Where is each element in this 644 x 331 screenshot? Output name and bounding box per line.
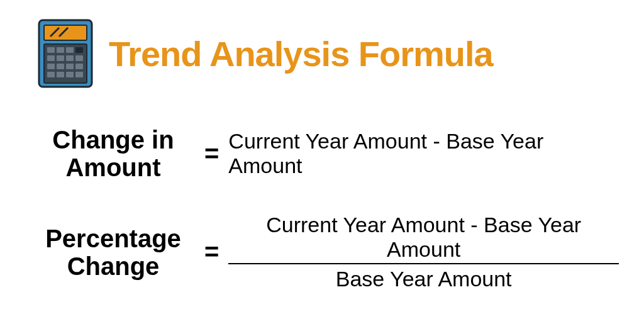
formula-percentage-change: Percentage Change = Current Year Amount … [31,213,619,291]
equals-sign: = [195,238,228,266]
svg-rect-5 [47,47,55,53]
fraction-numerator: Current Year Amount - Base Year Amount [228,213,619,263]
formula-change-in-amount: Change in Amount = Current Year Amount -… [31,126,619,181]
svg-rect-11 [66,55,74,61]
svg-rect-20 [75,72,83,77]
svg-rect-18 [57,72,64,77]
formula-label: Percentage Change [31,225,195,280]
svg-rect-17 [47,72,55,77]
svg-rect-19 [66,72,74,77]
svg-rect-10 [57,55,64,61]
svg-rect-1 [44,25,87,40]
formula-fraction: Current Year Amount - Base Year Amount B… [228,213,619,291]
formulas-container: Change in Amount = Current Year Amount -… [25,126,619,291]
label-line-2: Amount [65,154,160,181]
fraction-denominator: Base Year Amount [336,264,512,291]
svg-rect-14 [57,64,64,69]
svg-rect-7 [66,47,74,53]
formula-expression: Current Year Amount - Base Year Amount [228,129,619,178]
formula-label: Change in Amount [31,126,195,181]
equals-sign: = [195,140,228,168]
svg-rect-13 [47,64,55,69]
svg-rect-15 [66,64,74,69]
svg-rect-16 [75,64,83,69]
svg-rect-8 [75,47,83,53]
label-line-1: Change in [52,126,174,154]
svg-rect-9 [47,55,55,61]
svg-rect-6 [57,47,64,53]
page-title: Trend Analysis Formula [109,33,493,74]
label-line-2: Change [67,252,160,280]
svg-rect-12 [75,55,83,61]
calculator-icon [38,19,93,88]
header: Trend Analysis Formula [25,19,619,88]
label-line-1: Percentage [45,225,181,252]
